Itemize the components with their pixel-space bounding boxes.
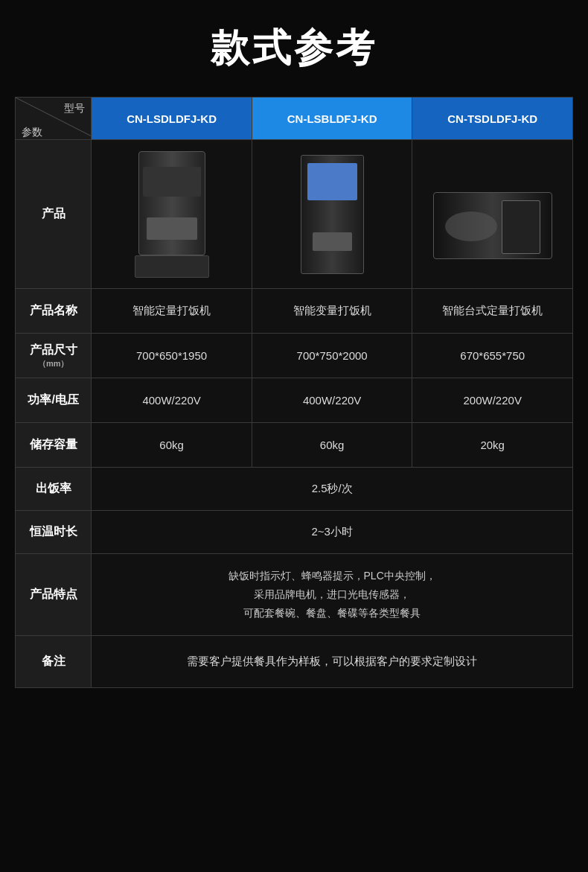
product-name-1: 智能定量打饭机 [92,289,252,334]
product-name-label: 产品名称 [16,289,92,334]
product-power-3: 200W/220V [412,378,573,423]
product-power-2: 400W/220V [252,378,412,423]
product-storage-row: 储存容量 60kg 60kg 20kg [16,423,573,468]
product-name-3: 智能台式定量打饭机 [412,289,573,334]
product-size-row: 产品尺寸 （mm） 700*650*1950 700*750*2000 670*… [16,334,573,378]
product-note-value: 需要客户提供餐具作为样板，可以根据客户的要求定制设计 [92,636,573,688]
product-storage-label: 储存容量 [16,423,92,468]
product-feature-value: 缺饭时指示灯、蜂鸣器提示，PLC中央控制， 采用品牌电机，进口光电传感器， 可配… [92,554,573,636]
product-size-2: 700*750*2000 [252,334,412,378]
param-label-cell: 型号 参数 [16,98,92,140]
product-rate-label: 出饭率 [16,468,92,511]
product-power-label: 功率/电压 [16,378,92,423]
product-note-row: 备注 需要客户提供餐具作为样板，可以根据客户的要求定制设计 [16,636,573,688]
product-temp-row: 恒温时长 2~3小时 [16,511,573,554]
product-storage-1: 60kg [92,423,252,468]
size-label-main: 产品尺寸 [30,343,77,356]
product-image-2 [252,140,412,289]
product-power-1: 400W/220V [92,378,252,423]
size-label-sub: （mm） [16,358,91,369]
product-rate-value: 2.5秒/次 [92,468,573,511]
product-image-1 [92,140,252,289]
product-name-2: 智能变量打饭机 [252,289,412,334]
product-storage-2: 60kg [252,423,412,468]
col2-header: CN-LSBLDFJ-KD [252,98,412,140]
product-feature-row: 产品特点 缺饭时指示灯、蜂鸣器提示，PLC中央控制， 采用品牌电机，进口光电传感… [16,554,573,636]
product-temp-label: 恒温时长 [16,511,92,554]
product-note-label: 备注 [16,636,92,688]
page-container: 款式参考 型号 参数 CN-LSDLDFJ-KD CN-LSBLDFJ-KD C… [0,0,588,718]
header-type-label: 型号 [16,98,91,115]
header-param-label: 参数 [16,126,91,139]
col1-header: CN-LSDLDFJ-KD [92,98,252,140]
product-power-row: 功率/电压 400W/220V 400W/220V 200W/220V [16,378,573,423]
product-row-label: 产品 [16,140,92,289]
product-rate-row: 出饭率 2.5秒/次 [16,468,573,511]
product-size-3: 670*655*750 [412,334,573,378]
col3-header: CN-TSDLDFJ-KD [412,98,573,140]
table-header-row: 型号 参数 CN-LSDLDFJ-KD CN-LSBLDFJ-KD CN-TSD… [16,98,573,140]
page-title: 款式参考 [15,22,573,74]
product-image-row: 产品 [16,140,573,289]
comparison-table: 型号 参数 CN-LSDLDFJ-KD CN-LSBLDFJ-KD CN-TSD… [15,97,573,688]
product-storage-3: 20kg [412,423,573,468]
product-feature-label: 产品特点 [16,554,92,636]
product-name-row: 产品名称 智能定量打饭机 智能变量打饭机 智能台式定量打饭机 [16,289,573,334]
product-size-label: 产品尺寸 （mm） [16,334,92,378]
product-size-1: 700*650*1950 [92,334,252,378]
product-temp-value: 2~3小时 [92,511,573,554]
feature-text: 缺饭时指示灯、蜂鸣器提示，PLC中央控制， 采用品牌电机，进口光电传感器， 可配… [92,567,572,623]
product-image-3 [412,140,573,289]
